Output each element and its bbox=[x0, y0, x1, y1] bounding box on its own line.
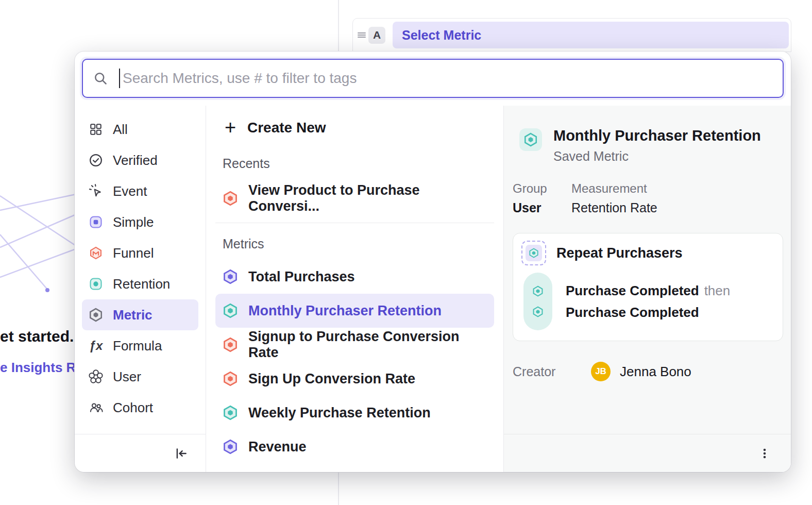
metric-type-icon bbox=[519, 128, 542, 151]
creator-avatar: JB bbox=[591, 362, 611, 381]
text-caret bbox=[119, 69, 120, 88]
metric-item-label: Revenue bbox=[248, 439, 307, 455]
event-2-name: Purchase Completed bbox=[566, 305, 699, 320]
event-1-name: Purchase Completed bbox=[566, 283, 699, 298]
user-flower-icon bbox=[88, 369, 104, 384]
sidebar-item-funnel[interactable]: Funnel bbox=[82, 238, 198, 268]
simple-metric-icon bbox=[88, 214, 104, 230]
metric-item-weekly-purchase-retention[interactable]: Weekly Purchase Retention bbox=[215, 396, 494, 430]
event-letter-badge[interactable]: A bbox=[368, 27, 385, 44]
funnel-hex-icon bbox=[223, 371, 238, 386]
group-value: User bbox=[513, 200, 559, 215]
sidebar-item-label: User bbox=[113, 369, 141, 385]
sidebar-item-user[interactable]: User bbox=[82, 361, 198, 392]
metric-item-label: Weekly Purchase Retention bbox=[248, 405, 431, 421]
sidebar-item-simple[interactable]: Simple bbox=[82, 207, 198, 238]
saved-metric-icon bbox=[88, 307, 104, 323]
search-icon bbox=[93, 71, 108, 86]
definition-icon-bg bbox=[526, 245, 542, 261]
funnel-hex-icon bbox=[223, 337, 238, 352]
funnel-hex-icon bbox=[223, 191, 238, 206]
metric-item-label: Total Purchases bbox=[248, 269, 355, 285]
metric-title: Monthly Purchaser Retention bbox=[553, 127, 761, 144]
event-sequence-pill bbox=[523, 273, 552, 330]
measurement-value: Retention Rate bbox=[571, 200, 657, 215]
sidebar-item-all[interactable]: All bbox=[82, 114, 198, 145]
metric-row-bar: A Select Metric bbox=[352, 18, 791, 52]
sidebar-item-label: All bbox=[113, 122, 128, 138]
recent-item-label: View Product to Purchase Conversi... bbox=[248, 182, 487, 214]
collapse-icon bbox=[175, 447, 188, 460]
bg-chart-decoration bbox=[0, 186, 82, 296]
search-input[interactable] bbox=[122, 70, 776, 87]
category-sidebar: All Verified Event bbox=[75, 106, 206, 472]
repeat-purchasers-icon bbox=[529, 248, 539, 258]
sidebar-item-cohort[interactable]: Cohort bbox=[82, 392, 198, 423]
details-header: Monthly Purchaser Retention Saved Metric bbox=[513, 127, 783, 164]
definition-header: Repeat Purchasers bbox=[521, 241, 774, 265]
creator-row: Creator JB Jenna Bono bbox=[513, 362, 783, 381]
kebab-icon bbox=[758, 447, 771, 460]
definition-title: Repeat Purchasers bbox=[556, 245, 683, 261]
metric-rows: Total Purchases Monthly Purchaser Retent… bbox=[215, 260, 494, 464]
more-options-button[interactable] bbox=[754, 443, 775, 464]
sidebar-item-label: Simple bbox=[113, 214, 154, 230]
metric-item-monthly-purchaser-retention[interactable]: Monthly Purchaser Retention bbox=[215, 294, 494, 328]
collapse-sidebar-button[interactable] bbox=[171, 443, 192, 464]
modal-body: All Verified Event bbox=[75, 106, 791, 472]
funnel-metric-icon bbox=[88, 245, 104, 261]
metric-item-label: Sign Up Conversion Rate bbox=[248, 371, 415, 387]
verified-badge-icon bbox=[88, 153, 104, 168]
retention-metric-icon bbox=[88, 276, 104, 292]
sidebar-item-formula[interactable]: ƒx Formula bbox=[82, 330, 198, 361]
event-hex-icon bbox=[532, 285, 544, 297]
details-footer bbox=[504, 434, 791, 472]
metrics-header: Metrics bbox=[223, 237, 487, 251]
sidebar-item-verified[interactable]: Verified bbox=[82, 145, 198, 176]
drag-handle-icon[interactable] bbox=[357, 31, 367, 39]
event-line-2: Purchase Completed bbox=[566, 301, 730, 323]
measurement-label: Measurement bbox=[571, 181, 657, 196]
metric-list-column: + Create New Recents View Product to Pur… bbox=[206, 106, 504, 472]
headline-fragment: et started. bbox=[0, 328, 74, 345]
event-cursor-icon bbox=[88, 183, 104, 199]
metric-hex-icon bbox=[223, 439, 238, 454]
metric-item-label: Monthly Purchaser Retention bbox=[248, 303, 442, 319]
retention-hex-icon bbox=[223, 405, 238, 420]
select-metric-label: Select Metric bbox=[402, 28, 481, 43]
sidebar-item-label: Event bbox=[113, 183, 147, 199]
sidebar-item-label: Funnel bbox=[113, 245, 154, 261]
recents-header: Recents bbox=[223, 156, 487, 171]
metric-details-panel: Monthly Purchaser Retention Saved Metric… bbox=[504, 106, 791, 472]
metric-item-signup-conversion[interactable]: Sign Up Conversion Rate bbox=[215, 362, 494, 396]
sidebar-item-label: Retention bbox=[113, 276, 170, 292]
grid-icon bbox=[88, 122, 104, 137]
create-new-button[interactable]: + Create New bbox=[215, 113, 494, 143]
metric-item-total-purchases[interactable]: Total Purchases bbox=[215, 260, 494, 294]
recent-item[interactable]: View Product to Purchase Conversi... bbox=[215, 180, 494, 216]
select-metric-button[interactable]: Select Metric bbox=[393, 22, 789, 48]
create-new-label: Create New bbox=[247, 120, 326, 136]
definition-dashed-box bbox=[521, 241, 546, 265]
insights-report-link[interactable]: e Insights Re bbox=[0, 360, 83, 376]
sidebar-item-event[interactable]: Event bbox=[82, 176, 198, 207]
then-connector: then bbox=[704, 283, 731, 298]
cohort-people-icon bbox=[88, 400, 104, 415]
sidebar-item-label: Verified bbox=[113, 153, 158, 169]
search-box[interactable] bbox=[82, 59, 784, 98]
sidebar-item-retention[interactable]: Retention bbox=[82, 268, 198, 299]
metric-item-signup-to-purchase[interactable]: Signup to Purchase Conversion Rate bbox=[215, 328, 494, 362]
metric-meta: Group User Measurement Retention Rate bbox=[513, 181, 783, 215]
sidebar-item-metric[interactable]: Metric bbox=[82, 299, 198, 330]
metric-item-label: Signup to Purchase Conversion Rate bbox=[248, 329, 487, 361]
plus-icon: + bbox=[223, 117, 238, 137]
group-label: Group bbox=[513, 181, 559, 196]
formula-icon: ƒx bbox=[88, 338, 104, 354]
sidebar-item-label: Formula bbox=[113, 338, 162, 354]
metric-item-revenue[interactable]: Revenue bbox=[215, 430, 494, 464]
creator-name: Jenna Bono bbox=[620, 364, 691, 380]
list-divider bbox=[215, 223, 494, 223]
sidebar-footer bbox=[75, 434, 206, 472]
creator-label: Creator bbox=[513, 364, 591, 379]
event-line-1: Purchase Completedthen bbox=[566, 280, 730, 301]
